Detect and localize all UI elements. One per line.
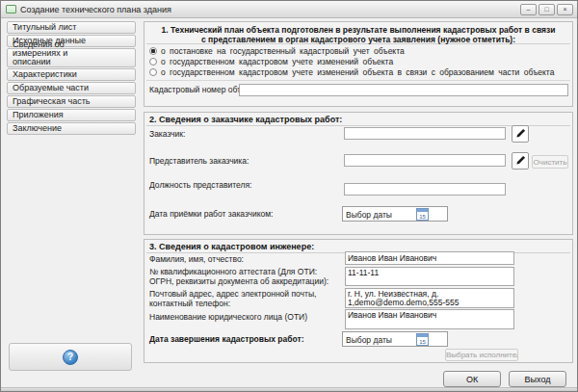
section1-title: 1. Технический план объекта подготовлен …	[146, 24, 570, 44]
sidebar-item-formed-parts[interactable]: Образуемые части	[7, 82, 136, 94]
sidebar-item-label: Титульный лист	[13, 23, 76, 32]
sidebar-item-conclusion[interactable]: Заключение	[7, 122, 136, 135]
edit-customer-button[interactable]	[512, 125, 529, 143]
position-label: Должность представителя:	[149, 181, 251, 191]
sidebar-item-label: Характеристики	[13, 70, 77, 79]
section2-header: 2. Сведения о заказчике кадастровых рабо…	[146, 114, 570, 126]
completion-date-picker[interactable]: Выбор даты 15	[342, 331, 448, 347]
radio-label: о постановке на государственный кадастро…	[161, 46, 405, 56]
sidebar-item-appendices[interactable]: Приложения	[7, 109, 136, 121]
address-input[interactable]: г. Н, ул. Неизвестная, д. 1,demo@demo.de…	[345, 288, 514, 308]
pencil-icon	[513, 154, 527, 168]
completion-date-label: Дата завершения кадастровых работ:	[149, 335, 304, 345]
radio-selected-icon[interactable]	[149, 47, 157, 55]
app-icon	[6, 5, 16, 13]
section1-box: 1. Технический план объекта подготовлен …	[144, 21, 573, 107]
radio-option-changes[interactable]: о государственном кадастровом учете изме…	[149, 57, 393, 66]
exit-button[interactable]: Выход	[509, 371, 566, 387]
radio-option-part-formation[interactable]: о государственном кадастровом учете изме…	[149, 67, 554, 77]
pencil-icon	[513, 127, 527, 141]
attestation-input[interactable]: 11-11-11	[345, 267, 514, 286]
representative-input[interactable]	[344, 154, 506, 167]
ok-button[interactable]: ОК	[443, 371, 501, 387]
calendar-icon[interactable]: 15	[416, 208, 429, 221]
legal-entity-input[interactable]: Иванов Иван Иванович	[345, 309, 514, 329]
radio-option-registration[interactable]: о постановке на государственный кадастро…	[149, 46, 405, 56]
sidebar-item-title-page[interactable]: Титульный лист	[7, 21, 136, 34]
section3-box: 3. Сведения о кадастровом инженере: Фами…	[144, 239, 573, 363]
select-executor-button[interactable]: Выбрать исполнителя	[445, 349, 518, 361]
titlebar: Создание технического плана здания – □ ×	[1, 1, 577, 18]
fio-label: Фамилия, имя, отчество:	[149, 255, 244, 265]
app-window: Создание технического плана здания – □ ×…	[0, 0, 578, 392]
representative-label: Представитель заказчика:	[149, 157, 249, 167]
window-title: Создание технического плана здания	[20, 5, 520, 14]
sidebar-item-label: Приложения	[13, 111, 64, 119]
sidebar-item-measurements[interactable]: Сведения об измерениях и описании местоп…	[7, 48, 136, 67]
fio-input[interactable]	[345, 251, 514, 265]
help-button[interactable]: ?	[9, 343, 132, 371]
minimize-button[interactable]: –	[520, 4, 537, 15]
minimize-icon: –	[527, 6, 531, 13]
radio-icon[interactable]	[149, 58, 157, 65]
customer-input[interactable]	[344, 127, 506, 140]
sidebar-item-label: Образуемые части	[13, 84, 89, 92]
section2-box: 2. Сведения о заказчике кадастровых рабо…	[144, 112, 573, 235]
sidebar-item-characteristics[interactable]: Характеристики	[7, 68, 136, 81]
position-input[interactable]	[344, 183, 506, 196]
clear-representative-button[interactable]: Очистить	[532, 155, 568, 169]
customer-label: Заказчик:	[149, 130, 185, 140]
maximize-icon: □	[544, 6, 548, 13]
acceptance-date-label: Дата приёмки работ заказчиком:	[149, 210, 273, 220]
radio-label: о государственном кадастровом учете изме…	[161, 67, 554, 77]
legal-entity-label: Наименование юридического лица (ОТИ)	[149, 313, 307, 323]
radio-icon[interactable]	[149, 68, 157, 76]
divider	[146, 80, 570, 81]
attestation-label: № квалификационного аттестата (Для ОТИ: …	[149, 268, 340, 286]
date-placeholder: Выбор даты	[346, 335, 392, 345]
edit-representative-button[interactable]	[512, 152, 529, 170]
acceptance-date-picker[interactable]: Выбор даты 15	[342, 206, 448, 222]
radio-label: о государственном кадастровом учете изме…	[161, 57, 393, 66]
cadastral-number-input[interactable]	[239, 84, 568, 96]
window-frame-bottom	[1, 387, 577, 391]
window-controls: – □ ×	[520, 4, 573, 15]
date-placeholder: Выбор даты	[346, 210, 392, 220]
close-button[interactable]: ×	[557, 4, 573, 15]
maximize-button[interactable]: □	[539, 4, 555, 15]
sidebar-item-graphic-part[interactable]: Графическая часть	[7, 95, 136, 108]
sidebar-item-label: Графическая часть	[13, 97, 91, 106]
question-icon: ?	[63, 350, 78, 365]
sidebar-item-label: Заключение	[13, 124, 62, 133]
calendar-icon[interactable]: 15	[416, 333, 429, 346]
address-label: Почтовый адрес, адрес электронной почты,…	[149, 290, 340, 308]
close-icon: ×	[563, 6, 566, 13]
